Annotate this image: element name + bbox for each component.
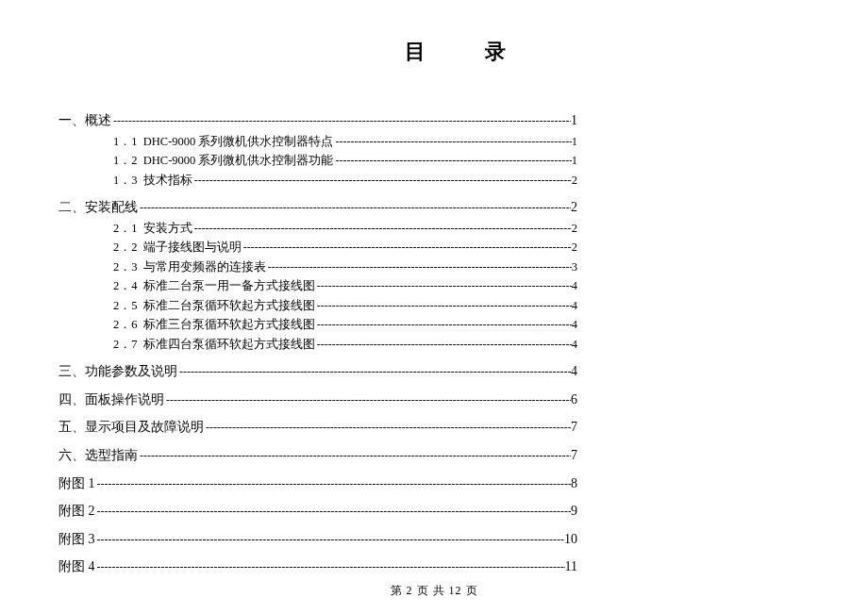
- toc-leader: [111, 113, 571, 129]
- toc-label: DHC-9000 系列微机供水控制器特点: [143, 134, 334, 151]
- toc-page: 2: [572, 173, 577, 190]
- toc-label: 显示项目及故障说明: [85, 418, 204, 437]
- toc-row: 1．3 技术指标 2: [58, 173, 577, 190]
- toc-label: 技术指标: [143, 173, 192, 190]
- footer-prefix: 第: [391, 584, 403, 597]
- toc-num: 三、: [58, 362, 85, 381]
- toc-page: 4: [572, 337, 577, 354]
- toc-leader: [138, 200, 571, 216]
- toc-label: 功能参数及说明: [85, 362, 177, 381]
- toc-page: 7: [571, 418, 577, 437]
- toc-num: 1．2: [113, 153, 138, 170]
- toc-page: 10: [564, 530, 577, 549]
- toc-page: 4: [571, 362, 577, 381]
- toc-num: 1．1: [113, 134, 138, 151]
- toc-leader: [95, 476, 572, 492]
- toc-leader: [204, 420, 571, 436]
- toc-leader: [266, 259, 572, 275]
- toc-row: 1．2 DHC-9000 系列微机供水控制器功能 1: [58, 153, 577, 170]
- toc-row: 2．5 标准二台泵循环软起方式接线图 4: [58, 298, 577, 315]
- toc-label: 选型指南: [85, 446, 138, 465]
- toc-leader: [95, 504, 572, 520]
- toc-section-2: 二、 安装配线 2: [58, 198, 577, 217]
- toc-appendix-2: 附图 2 9: [58, 502, 577, 521]
- footer-suffix: 页: [466, 584, 478, 597]
- toc-leader: [242, 240, 572, 256]
- toc-leader: [192, 173, 572, 189]
- toc-row: 1．1 DHC-9000 系列微机供水控制器特点 1: [58, 134, 577, 151]
- footer-mid: 页 共: [417, 584, 445, 597]
- title-char-1: 目: [405, 38, 427, 66]
- toc-num: 2．7: [113, 337, 138, 354]
- toc-page: 3: [572, 259, 577, 276]
- toc-num: 2．6: [113, 317, 138, 334]
- toc-leader: [333, 153, 571, 169]
- footer-current-page: 2: [407, 584, 413, 597]
- toc-label: 标准三台泵循环软起方式接线图: [143, 317, 315, 334]
- toc-page: 11: [565, 557, 577, 576]
- toc-leader: [192, 221, 572, 237]
- toc-label: 安装配线: [85, 198, 138, 217]
- toc-num: 2．2: [113, 240, 138, 257]
- toc-section-6: 六、 选型指南 7: [58, 446, 577, 465]
- toc-num: 2．4: [113, 278, 138, 295]
- toc-label: 端子接线图与说明: [143, 240, 242, 257]
- toc-label: 与常用变频器的连接表: [143, 259, 266, 276]
- toc-label: 标准二台泵一用一备方式接线图: [143, 278, 315, 295]
- toc-num: 1．3: [113, 173, 138, 190]
- page-title: 目 录: [58, 38, 810, 66]
- toc-section-5: 五、 显示项目及故障说明 7: [58, 418, 577, 437]
- table-of-contents: 一、 概述 1 1．1 DHC-9000 系列微机供水控制器特点 1 1．2 D…: [58, 111, 577, 576]
- toc-leader: [164, 392, 571, 408]
- toc-page: 9: [571, 502, 577, 521]
- toc-page: 2: [571, 198, 577, 217]
- toc-num: 五、: [58, 418, 85, 437]
- toc-label: DHC-9000 系列微机供水控制器功能: [143, 153, 334, 170]
- toc-page: 2: [572, 240, 577, 257]
- toc-leader: [95, 559, 565, 575]
- toc-num: 一、: [58, 111, 85, 130]
- toc-num: 六、: [58, 446, 85, 465]
- toc-label: 概述: [85, 111, 111, 130]
- toc-num: 2．3: [113, 259, 138, 276]
- toc-page: 4: [572, 298, 577, 315]
- toc-page: 1: [572, 153, 577, 170]
- toc-leader: [177, 364, 571, 380]
- toc-row: 2．4 标准二台泵一用一备方式接线图 4: [58, 278, 577, 295]
- toc-page: 7: [571, 446, 577, 465]
- toc-page: 2: [572, 221, 577, 238]
- toc-leader: [333, 134, 571, 150]
- footer-total-pages: 12: [449, 584, 462, 597]
- toc-leader: [315, 317, 572, 333]
- page-footer: 第 2 页 共 12 页: [0, 583, 868, 599]
- toc-label: 安装方式: [143, 221, 192, 238]
- toc-num: 2．5: [113, 298, 138, 315]
- toc-leader: [315, 298, 572, 314]
- toc-leader: [138, 448, 571, 464]
- toc-page: 4: [572, 278, 577, 295]
- toc-row: 2．3 与常用变频器的连接表 3: [58, 259, 577, 276]
- toc-label: 附图 2: [58, 502, 95, 521]
- toc-appendix-1: 附图 1 8: [58, 474, 577, 493]
- toc-label: 附图 1: [58, 474, 95, 493]
- toc-page: 1: [572, 134, 577, 151]
- toc-section-1: 一、 概述 1: [58, 111, 577, 130]
- toc-section-3: 三、 功能参数及说明 4: [58, 362, 577, 381]
- toc-label: 标准四台泵循环软起方式接线图: [143, 337, 315, 354]
- toc-row: 2．6 标准三台泵循环软起方式接线图 4: [58, 317, 577, 334]
- toc-section-4: 四、 面板操作说明 6: [58, 390, 577, 409]
- toc-page: 4: [572, 317, 577, 334]
- toc-label: 标准二台泵循环软起方式接线图: [143, 298, 315, 315]
- toc-page: 1: [571, 111, 577, 130]
- toc-leader: [315, 278, 572, 294]
- toc-label: 面板操作说明: [85, 390, 164, 409]
- toc-row: 2．7 标准四台泵循环软起方式接线图 4: [58, 337, 577, 354]
- toc-row: 2．1 安装方式 2: [58, 221, 577, 238]
- toc-leader: [315, 337, 572, 353]
- toc-row: 2．2 端子接线图与说明 2: [58, 240, 577, 257]
- toc-num: 二、: [58, 198, 85, 217]
- toc-label: 附图 3: [58, 530, 95, 549]
- toc-num: 2．1: [113, 221, 138, 238]
- toc-page: 8: [571, 474, 577, 493]
- toc-page: 6: [571, 390, 577, 409]
